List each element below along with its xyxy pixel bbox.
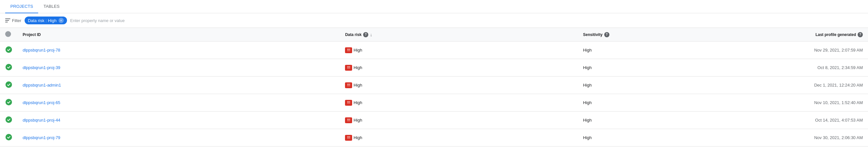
status-cell [0, 129, 18, 146]
sensitivity-cell: High [578, 112, 732, 129]
high-risk-icon: !!! [345, 117, 352, 123]
sensitivity-help-icon[interactable]: ? [604, 32, 610, 37]
svg-point-0 [5, 46, 12, 53]
last-profile-cell: Nov 29, 2021, 2:07:59 AM [731, 42, 868, 59]
project-id-cell: dlppsbqrun1-proj-78 [18, 42, 340, 59]
data-risk-value: High [353, 135, 362, 140]
high-risk-icon: !!! [345, 100, 352, 106]
project-id-cell: dlppsbqrun1-proj-65 [18, 94, 340, 112]
col-header-checkbox [0, 28, 18, 42]
close-icon[interactable]: × [59, 18, 64, 23]
svg-point-5 [5, 134, 12, 140]
high-risk-icon: !!! [345, 47, 352, 53]
svg-point-4 [5, 116, 12, 123]
filter-label: Filter [12, 18, 21, 23]
sensitivity-cell: High [578, 59, 732, 77]
data-risk-sort-icon[interactable]: ↓ [370, 32, 372, 37]
tabs-container: PROJECTS TABLES [0, 0, 868, 13]
sensitivity-cell: High [578, 42, 732, 59]
success-icon [5, 134, 12, 141]
data-risk-cell: !!!High [340, 77, 578, 94]
project-id-cell: dlppsbqrun1-proj-39 [18, 59, 340, 77]
data-risk-value: High [353, 65, 362, 70]
filter-chip[interactable]: Data risk : High × [25, 17, 67, 24]
col-header-project-id: Project ID [18, 28, 340, 42]
col-header-last-profile: Last profile generated ? [731, 28, 868, 42]
data-risk-value: High [353, 83, 362, 87]
table-row: dlppsbqrun1-proj-44!!!HighHighOct 14, 20… [0, 112, 868, 129]
status-cell [0, 59, 18, 77]
tab-tables[interactable]: TABLES [38, 0, 65, 13]
high-risk-icon: !!! [345, 65, 352, 71]
sensitivity-cell: High [578, 129, 732, 146]
col-header-data-risk: Data risk ? ↓ [340, 28, 578, 42]
svg-point-1 [5, 64, 12, 71]
data-risk-value: High [353, 100, 362, 105]
table-row: dlppsbqrun1-admin1!!!HighHighDec 1, 2021… [0, 77, 868, 94]
status-cell [0, 77, 18, 94]
last-profile-help-icon[interactable]: ? [858, 32, 863, 37]
col-header-sensitivity: Sensitivity ? [578, 28, 732, 42]
success-icon [5, 63, 12, 71]
status-cell [0, 94, 18, 112]
high-risk-icon: !!! [345, 82, 352, 88]
last-profile-cell: Oct 14, 2021, 4:07:53 AM [731, 112, 868, 129]
filter-button[interactable]: Filter [5, 18, 21, 23]
data-risk-help-icon[interactable]: ? [363, 32, 368, 37]
data-risk-value: High [353, 48, 362, 53]
table-header-row: Project ID Data risk ? ↓ Sensitivity ? [0, 28, 868, 42]
success-icon [5, 46, 12, 53]
table-row: dlppsbqrun1-proj-78!!!HighHighNov 29, 20… [0, 42, 868, 59]
status-cell [0, 112, 18, 129]
toolbar: Filter Data risk : High × [0, 13, 868, 28]
status-cell [0, 42, 18, 59]
high-risk-icon: !!! [345, 135, 352, 141]
table-container: Project ID Data risk ? ↓ Sensitivity ? [0, 28, 868, 146]
filter-chip-label: Data risk : High [28, 18, 57, 23]
tab-projects[interactable]: PROJECTS [5, 0, 38, 13]
last-profile-cell: Nov 10, 2021, 1:52:40 AM [731, 94, 868, 112]
data-risk-cell: !!!High [340, 112, 578, 129]
table-row: dlppsbqrun1-proj-65!!!HighHighNov 10, 20… [0, 94, 868, 112]
data-risk-value: High [353, 118, 362, 122]
table-row: dlppsbqrun1-proj-39!!!HighHighOct 8, 202… [0, 59, 868, 77]
data-risk-cell: !!!High [340, 129, 578, 146]
svg-point-3 [5, 99, 12, 105]
success-icon [5, 116, 12, 123]
data-risk-cell: !!!High [340, 94, 578, 112]
project-id-cell: dlppsbqrun1-proj-44 [18, 112, 340, 129]
project-id-cell: dlppsbqrun1-admin1 [18, 77, 340, 94]
last-profile-cell: Dec 1, 2021, 12:24:20 AM [731, 77, 868, 94]
sensitivity-cell: High [578, 77, 732, 94]
data-risk-cell: !!!High [340, 59, 578, 77]
sensitivity-cell: High [578, 94, 732, 112]
search-input[interactable] [70, 18, 863, 23]
last-profile-cell: Nov 30, 2021, 2:06:30 AM [731, 129, 868, 146]
filter-lines-icon [5, 19, 10, 22]
success-icon [5, 81, 12, 88]
table-row: dlppsbqrun1-proj-79!!!HighHighNov 30, 20… [0, 129, 868, 146]
data-risk-cell: !!!High [340, 42, 578, 59]
project-id-cell: dlppsbqrun1-proj-79 [18, 129, 340, 146]
last-profile-cell: Oct 8, 2021, 2:34:59 AM [731, 59, 868, 77]
svg-point-2 [5, 81, 12, 88]
success-icon [5, 99, 12, 106]
